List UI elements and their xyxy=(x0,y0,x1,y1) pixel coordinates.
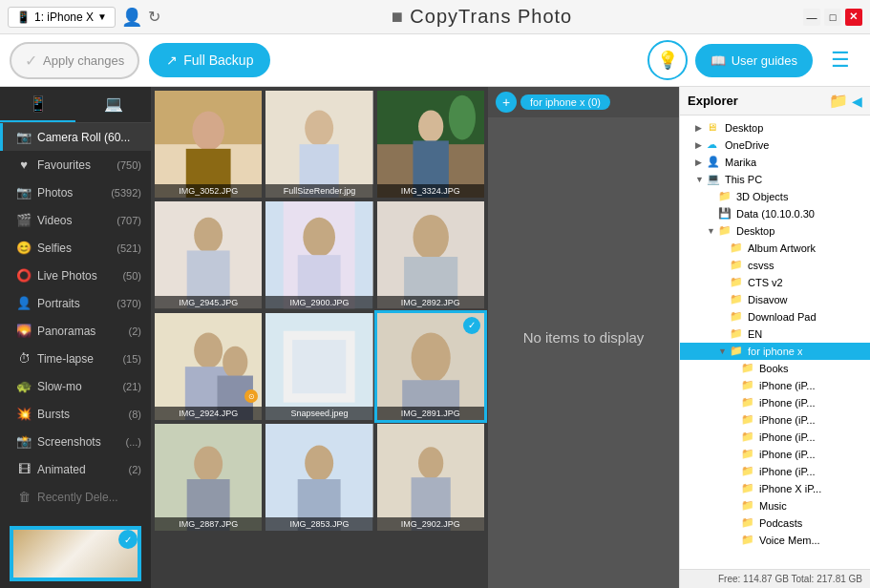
photo-item[interactable]: IMG_3324.JPG xyxy=(377,91,484,198)
close-button[interactable]: ✕ xyxy=(845,9,862,26)
hamburger-menu-button[interactable]: ☰ xyxy=(820,40,860,80)
photo-thumbnail xyxy=(265,313,372,420)
add-to-iphone-button[interactable]: + xyxy=(496,92,517,113)
sidebar-item-live-photos[interactable]: ⭕ Live Photos (50) xyxy=(0,262,151,289)
slowmo-icon: 🐢 xyxy=(16,379,32,393)
photo-item[interactable]: IMG_2945.JPG xyxy=(155,201,262,308)
maximize-button[interactable]: □ xyxy=(824,9,841,26)
tree-item-this-pc[interactable]: ▼ 💻 This PC xyxy=(680,171,870,188)
photo-item[interactable]: ⊙ IMG_2924.JPG xyxy=(155,313,262,420)
sidebar-item-panoramas[interactable]: 🌄 Panoramas (2) xyxy=(0,317,151,345)
photo-item[interactable]: IMG_2887.JPG xyxy=(155,424,262,531)
tree-item-iphone-3[interactable]: 📁 iPhone (iP... xyxy=(680,411,870,429)
lightbulb-icon-btn[interactable]: 💡 xyxy=(647,40,688,80)
tree-item-download-pad[interactable]: 📁 Download Pad xyxy=(680,308,870,326)
tree-item-disavow[interactable]: 📁 Disavow xyxy=(680,291,870,308)
sidebar-item-animated[interactable]: 🎞 Animated (2) xyxy=(0,455,151,483)
svg-point-11 xyxy=(449,95,476,140)
tree-label: 3D Objects xyxy=(736,191,788,202)
explorer-collapse-button[interactable]: ◀ xyxy=(852,94,862,109)
user-guides-button[interactable]: 📖 User guides xyxy=(695,44,813,77)
album-count: (521) xyxy=(117,242,141,254)
tree-item-iphone-5[interactable]: 📁 iPhone (iP... xyxy=(680,446,870,463)
tree-label: for iphone x xyxy=(748,346,802,357)
folder-icon: 📁 xyxy=(730,327,745,341)
tree-item-onedrive[interactable]: ▶ ☁ OneDrive xyxy=(680,136,870,154)
sidebar-item-videos[interactable]: 🎬 Videos (707) xyxy=(0,206,151,234)
photo-item[interactable]: FullSizeRender.jpg xyxy=(265,91,372,198)
sidebar-item-bursts[interactable]: 💥 Bursts (8) xyxy=(0,400,151,428)
tree-item-for-iphone-x[interactable]: ▼ 📁 for iphone x xyxy=(680,343,870,360)
sidebar-item-favourites[interactable]: ♥ Favourites (750) xyxy=(0,151,151,178)
new-folder-button[interactable]: 📁 xyxy=(829,92,848,110)
tree-item-desktop-folder[interactable]: ▼ 📁 Desktop xyxy=(680,222,870,240)
panorama-icon: 🌄 xyxy=(16,324,32,338)
selected-checkmark: ✓ xyxy=(463,317,480,334)
tree-item-iphone-x[interactable]: 📁 iPhone X iP... xyxy=(680,480,870,497)
video-icon: 🎬 xyxy=(16,213,32,227)
album-name: Selfies xyxy=(37,242,72,255)
tree-label: Books xyxy=(759,363,789,374)
sidebar-tab-transfer[interactable]: 💻 xyxy=(75,87,151,122)
tree-item-album-artwork[interactable]: 📁 Album Artwork xyxy=(680,240,870,257)
sidebar: 📱 💻 📷 Camera Roll (60... ♥ Favourites (7… xyxy=(0,87,151,588)
photo-item[interactable]: IMG_2892.JPG xyxy=(377,201,484,308)
photo-item[interactable]: Snapseed.jpeg xyxy=(265,313,372,420)
tree-label: iPhone X iP... xyxy=(759,483,821,494)
tree-item-cts-v2[interactable]: 📁 CTS v2 xyxy=(680,274,870,291)
explorer-header: Explorer 📁 ◀ xyxy=(680,87,870,116)
tree-item-en[interactable]: 📁 EN xyxy=(680,326,870,343)
sidebar-item-timelapse[interactable]: ⏱ Time-lapse (15) xyxy=(0,345,151,372)
sidebar-item-selfies[interactable]: 😊 Selfies (521) xyxy=(0,234,151,262)
full-backup-button[interactable]: ↗ Full Backup xyxy=(149,43,270,77)
tree-item-iphone-2[interactable]: 📁 iPhone (iP... xyxy=(680,394,870,411)
tree-item-books[interactable]: 📁 Books xyxy=(680,360,870,377)
tree-item-data-drive[interactable]: 💾 Data (10.10.0.30 xyxy=(680,205,870,222)
device-selector[interactable]: 📱 1: iPhone X ▼ xyxy=(8,7,116,28)
sidebar-item-recently-deleted[interactable]: 🗑 Recently Dele... xyxy=(0,483,151,511)
photo-item[interactable]: IMG_2900.JPG xyxy=(265,201,372,308)
photo-item[interactable]: IMG_2853.JPG xyxy=(265,424,372,531)
photo-item-selected[interactable]: ✓ IMG_2891.JPG xyxy=(377,313,484,420)
tree-item-iphone-4[interactable]: 📁 iPhone (iP... xyxy=(680,429,870,446)
sidebar-tab-phone[interactable]: 📱 xyxy=(0,87,75,122)
tree-item-music[interactable]: 📁 Music xyxy=(680,497,870,514)
account-icon-btn[interactable]: 👤 xyxy=(121,7,142,28)
sidebar-item-camera-roll[interactable]: 📷 Camera Roll (60... xyxy=(0,123,151,151)
folder-icon: 📁 xyxy=(730,293,745,306)
drive-icon: 💾 xyxy=(718,207,733,220)
tree-item-desktop[interactable]: ▶ 🖥 Desktop xyxy=(680,119,870,136)
photo-item[interactable]: IMG_2902.JPG xyxy=(377,424,484,531)
tree-item-iphone-1[interactable]: 📁 iPhone (iP... xyxy=(680,377,870,394)
tree-item-iphone-6[interactable]: 📁 iPhone (iP... xyxy=(680,463,870,480)
sidebar-item-photos[interactable]: 📷 Photos (5392) xyxy=(0,178,151,206)
photo-filename: IMG_2887.JPG xyxy=(155,517,262,531)
apply-label: Apply changes xyxy=(43,53,124,68)
photo-filename: IMG_3324.JPG xyxy=(377,184,484,198)
refresh-icon-btn[interactable]: ↻ xyxy=(148,8,160,26)
camera-icon: 📷 xyxy=(16,130,32,144)
photos-icon: 📷 xyxy=(16,185,32,200)
album-count: (2) xyxy=(129,326,141,337)
folder-icon: 📁 xyxy=(741,396,756,410)
explorer-tree: ▶ 🖥 Desktop ▶ ☁ OneDrive ▶ 👤 Marika ▼ 💻 xyxy=(680,116,870,569)
photo-filename: FullSizeRender.jpg xyxy=(265,184,372,198)
for-iphone-badge[interactable]: for iphone x (0) xyxy=(520,94,610,110)
sidebar-item-portraits[interactable]: 👤 Portraits (370) xyxy=(0,289,151,317)
photo-thumbnail xyxy=(377,91,484,198)
tree-item-3d-objects[interactable]: 📁 3D Objects xyxy=(680,188,870,205)
album-name: Live Photos xyxy=(37,269,97,283)
backup-label: Full Backup xyxy=(183,52,253,68)
tree-item-csvss[interactable]: 📁 csvss xyxy=(680,257,870,274)
tree-item-marika[interactable]: ▶ 👤 Marika xyxy=(680,154,870,171)
svg-point-31 xyxy=(411,332,450,382)
tree-item-voice-memos[interactable]: 📁 Voice Mem... xyxy=(680,532,870,549)
sidebar-item-screenshots[interactable]: 📸 Screenshots (...) xyxy=(0,428,151,455)
tree-item-podcasts[interactable]: 📁 Podcasts xyxy=(680,514,870,532)
photo-item[interactable]: IMG_3052.JPG xyxy=(155,91,262,198)
sidebar-item-slowmo[interactable]: 🐢 Slow-mo (21) xyxy=(0,372,151,400)
photo-thumbnail xyxy=(265,424,372,531)
explorer-statusbar: Free: 114.87 GB Total: 217.81 GB xyxy=(680,569,870,588)
apply-changes-button[interactable]: ✓ Apply changes xyxy=(10,42,139,79)
minimize-button[interactable]: — xyxy=(803,9,820,26)
